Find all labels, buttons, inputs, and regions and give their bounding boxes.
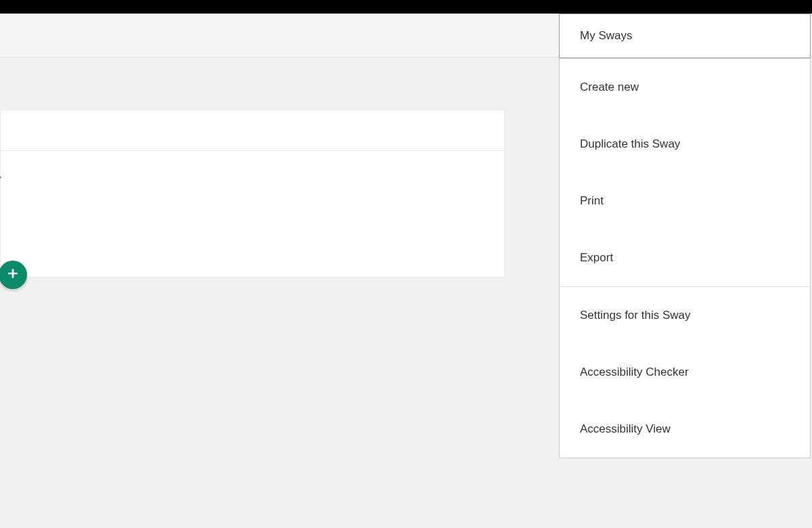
title-text[interactable]: y: [0, 151, 504, 202]
menu-item-accessibility-view[interactable]: Accessibility View: [560, 401, 810, 458]
menu-item-create-new[interactable]: Create new: [560, 59, 810, 116]
menu-item-my-sways[interactable]: My Sways: [559, 14, 811, 58]
menu-item-accessibility-checker[interactable]: Accessibility Checker: [560, 344, 810, 401]
menu-section: Settings for this Sway Accessibility Che…: [560, 287, 810, 458]
add-card-button[interactable]: [0, 261, 27, 289]
menu-item-print[interactable]: Print: [560, 173, 810, 229]
menu-section: Create new Duplicate this Sway Print Exp…: [560, 59, 810, 287]
menu-item-duplicate[interactable]: Duplicate this Sway: [560, 116, 810, 173]
more-options-menu: My Sways Create new Duplicate this Sway …: [559, 14, 811, 458]
title-card-header: [1, 110, 504, 151]
menu-item-export[interactable]: Export: [560, 229, 810, 286]
plus-icon: [6, 267, 20, 283]
window-top-bar: [0, 0, 812, 14]
menu-item-settings[interactable]: Settings for this Sway: [560, 287, 810, 344]
menu-section: My Sways: [560, 14, 810, 59]
title-card[interactable]: y: [0, 110, 505, 278]
